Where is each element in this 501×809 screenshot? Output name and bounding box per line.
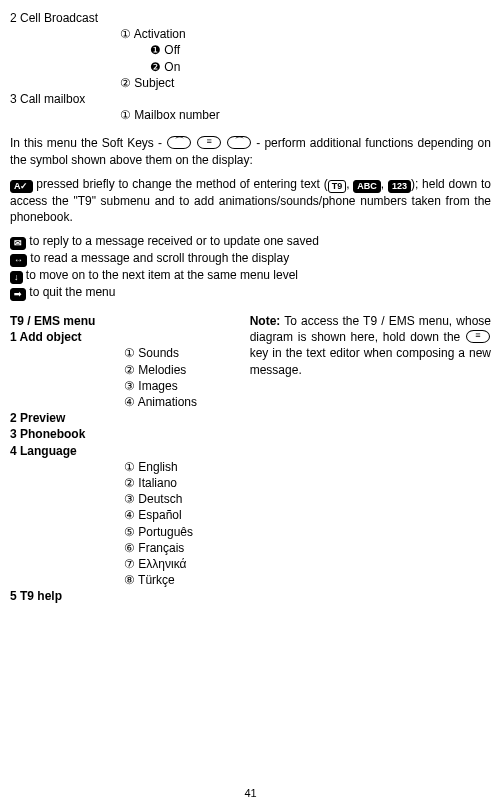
line-change-method: A✓ pressed briefly to change the method …: [10, 176, 491, 225]
intro-paragraph: In this menu the Soft Keys - - perform a…: [10, 135, 491, 167]
down-icon: ↓: [10, 271, 23, 284]
softkey-right-icon: [227, 136, 251, 149]
t9-deutsch: ③ Deutsch: [124, 491, 246, 507]
row-call-mailbox: 3 Call mailbox: [10, 91, 491, 107]
sep2: ,: [381, 177, 388, 191]
note-column: Note: To access the T9 / EMS menu, whose…: [246, 313, 491, 604]
t9-espanol: ④ Español: [124, 507, 246, 523]
row-cell-broadcast: 2 Cell Broadcast: [10, 10, 491, 26]
t9-add-object: 1 Add object: [10, 330, 82, 344]
line-move: ↓ to move on to the next item at the sam…: [10, 267, 491, 284]
select-mode-icon: A✓: [10, 180, 33, 193]
t9-images: ③ Images: [124, 378, 246, 394]
sep1: ,: [346, 177, 353, 191]
t9-francais: ⑥ Français: [124, 540, 246, 556]
note-text-b: key in the text editor when composing a …: [250, 346, 491, 376]
t9-italiano: ② Italiano: [124, 475, 246, 491]
t9-turkce: ⑧ Türkçe: [124, 572, 246, 588]
move-text: to move on to the next item at the same …: [26, 268, 298, 282]
t9-phonebook: 3 Phonebook: [10, 427, 85, 441]
note-key-icon: [466, 330, 490, 343]
t9-help: 5 T9 help: [10, 589, 62, 603]
mailbox-number: ① Mailbox number: [120, 107, 491, 123]
scroll-icon: ↔: [10, 254, 27, 267]
quit-text: to quit the menu: [29, 285, 115, 299]
change-a: pressed briefly to change the method of …: [36, 177, 327, 191]
line-reply: ✉ to reply to a message received or to u…: [10, 233, 491, 250]
t9-greek: ⑦ Ελληνικά: [124, 556, 246, 572]
t9-mode-icon: T9: [328, 180, 347, 193]
line-quit: ➟ to quit the menu: [10, 284, 491, 301]
cb-off: ❶ Off: [150, 42, 491, 58]
t9-melodies: ② Melodies: [124, 362, 246, 378]
t9-preview: 2 Preview: [10, 411, 65, 425]
t9-portugues: ⑤ Português: [124, 524, 246, 540]
reply-text: to reply to a message received or to upd…: [29, 234, 319, 248]
num-mode-icon: 123: [388, 180, 411, 193]
cb-activation: ① Activation: [120, 26, 491, 42]
line-read: ↔ to read a message and scroll through t…: [10, 250, 491, 267]
t9-animations: ④ Animations: [124, 394, 246, 410]
t9-title: T9 / EMS menu: [10, 314, 95, 328]
softkey-left-icon: [167, 136, 191, 149]
read-text: to read a message and scroll through the…: [30, 251, 289, 265]
exit-icon: ➟: [10, 288, 26, 301]
intro-a: In this menu the Soft Keys -: [10, 136, 166, 150]
cb-subject: ② Subject: [120, 75, 491, 91]
note-text-a: To access the T9 / EMS menu, whose diagr…: [250, 314, 491, 344]
abc-mode-icon: ABC: [353, 180, 381, 193]
softkey-mid-icon: [197, 136, 221, 149]
t9-language: 4 Language: [10, 444, 77, 458]
page-number: 41: [0, 786, 501, 801]
t9-english: ① English: [124, 459, 246, 475]
note-label: Note:: [250, 314, 281, 328]
t9-sounds: ① Sounds: [124, 345, 246, 361]
envelope-icon: ✉: [10, 237, 26, 250]
cb-on: ❷ On: [150, 59, 491, 75]
